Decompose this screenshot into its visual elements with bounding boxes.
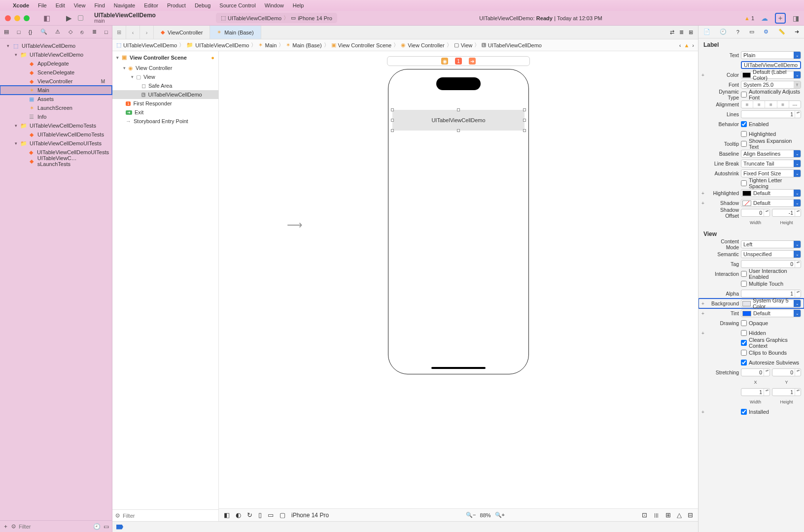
- add-installed-icon[interactable]: +: [701, 409, 706, 415]
- close-window-button[interactable]: [5, 15, 11, 21]
- adjust-editor-icon[interactable]: ⇄: [670, 29, 674, 35]
- group-main[interactable]: ▾📁UITableViewCellDemo: [0, 50, 112, 59]
- menu-navigate[interactable]: Navigate: [114, 2, 135, 8]
- appearance-icon[interactable]: ◐: [236, 511, 241, 519]
- stretch-y-stepper[interactable]: 0▴▾: [772, 368, 801, 376]
- font-select[interactable]: System 25.0T: [741, 81, 801, 89]
- zoom-window-button[interactable]: [24, 15, 30, 21]
- outline-first-responder[interactable]: 1First Responder: [112, 99, 218, 108]
- scene-warning-icon[interactable]: ●: [211, 55, 214, 61]
- installed-checkbox[interactable]: Installed: [741, 409, 801, 415]
- stack-icon[interactable]: ⊟: [688, 511, 693, 519]
- outline-viewcontroller[interactable]: ▾◉View Controller: [112, 64, 218, 72]
- library-button[interactable]: ＋: [775, 13, 786, 24]
- file-info[interactable]: ☰Info: [0, 112, 112, 121]
- scm-filter-icon[interactable]: ▭: [104, 523, 109, 530]
- zoom-in-icon[interactable]: 🔍+: [495, 512, 505, 518]
- resize-handle[interactable]: [391, 119, 394, 122]
- jump-next-icon[interactable]: ›: [692, 42, 694, 48]
- stretch-w-stepper[interactable]: 1▴▾: [741, 388, 770, 396]
- outline-safe-area[interactable]: ◻Safe Area: [112, 81, 218, 90]
- file-appdelegate[interactable]: ◆AppDelegate: [0, 59, 112, 68]
- app-menu[interactable]: Xcode: [13, 2, 29, 8]
- multitouch-checkbox[interactable]: Multiple Touch: [741, 281, 801, 287]
- clips-to-bounds-checkbox[interactable]: Clips to Bounds: [741, 350, 801, 356]
- tab-viewcontroller[interactable]: ◆ViewController: [154, 26, 210, 39]
- resolve-icon[interactable]: △: [677, 511, 682, 519]
- alignment-segmented[interactable]: ≡≡≡≡---: [741, 100, 801, 108]
- linebreak-select[interactable]: Truncate Tail⌄: [741, 160, 801, 167]
- highlighted-checkbox[interactable]: Highlighted: [741, 131, 801, 137]
- scheme-destination[interactable]: ⬚ UITableViewCellDemo 〉 ▭ iPhone 14 Pro: [216, 13, 337, 23]
- filter-scope-icon[interactable]: ⊙: [11, 523, 16, 530]
- warnings-button[interactable]: ▲ 1: [744, 15, 754, 21]
- menu-edit[interactable]: Edit: [56, 2, 65, 8]
- add-bg-icon[interactable]: +: [701, 301, 706, 306]
- file-viewcontroller[interactable]: ◆ViewControllerM: [0, 77, 112, 86]
- menu-help[interactable]: Help: [293, 2, 304, 8]
- related-items-icon[interactable]: ⊞: [112, 26, 126, 39]
- zoom-level[interactable]: 88%: [480, 512, 491, 518]
- tighten-checkbox[interactable]: Tighten Letter Spacing: [741, 177, 801, 189]
- canvas-device-label[interactable]: iPhone 14 Pro: [291, 512, 329, 519]
- dock-exit-icon[interactable]: ➜: [469, 58, 476, 65]
- stop-button[interactable]: [78, 15, 83, 21]
- lines-stepper[interactable]: 1▴▾: [741, 110, 801, 118]
- resize-handle[interactable]: [457, 129, 460, 132]
- shadow-color-well[interactable]: Default⌄: [741, 199, 801, 207]
- jump-prev-icon[interactable]: ‹: [679, 42, 681, 48]
- align-icon[interactable]: ⫼: [653, 511, 660, 519]
- outline-exit[interactable]: ➜Exit: [112, 108, 218, 117]
- test-navigator-icon[interactable]: ◇: [69, 29, 72, 35]
- scene-dock[interactable]: ◉ 1 ➜: [387, 56, 530, 66]
- menu-editor[interactable]: Editor: [144, 2, 158, 8]
- selected-label-view[interactable]: UITabelViewCellDemo: [392, 110, 524, 131]
- size-inspector-icon[interactable]: 📏: [778, 29, 785, 35]
- cloud-status-icon[interactable]: ☁: [761, 14, 768, 22]
- group-tests[interactable]: ▾📁UITableViewCellDemoTests: [0, 121, 112, 130]
- project-root[interactable]: ▾⬚UITableViewCellDemo: [0, 41, 112, 50]
- file-tests[interactable]: ◆UITableViewCellDemoTests: [0, 130, 112, 139]
- minimap-icon[interactable]: ≣: [679, 29, 684, 35]
- user-interaction-checkbox[interactable]: User Interaction Enabled: [741, 268, 801, 280]
- menu-source-control[interactable]: Source Control: [219, 2, 255, 8]
- text-color-well[interactable]: Default (Label Color)⌄: [741, 71, 801, 79]
- minimize-window-button[interactable]: [14, 15, 20, 21]
- report-navigator-icon[interactable]: □: [105, 29, 108, 35]
- device-config-icon[interactable]: ▢: [280, 511, 285, 519]
- zoom-out-icon[interactable]: 🔍−: [466, 512, 476, 518]
- identity-inspector-icon[interactable]: ▭: [749, 29, 754, 35]
- stretch-x-stepper[interactable]: 0▴▾: [741, 368, 770, 376]
- add-shadow-icon[interactable]: +: [701, 200, 706, 206]
- history-inspector-icon[interactable]: 🕘: [720, 29, 727, 35]
- menu-debug[interactable]: Debug: [195, 2, 210, 8]
- menu-view[interactable]: View: [74, 2, 86, 8]
- outline-view[interactable]: ▾▢View: [112, 72, 218, 81]
- text-type-select[interactable]: Plain⌄: [741, 51, 801, 59]
- tint-color-well[interactable]: Default⌄: [741, 309, 801, 317]
- enabled-checkbox[interactable]: Enabled: [741, 121, 801, 127]
- project-title[interactable]: UITableViewCellDemo main: [94, 12, 156, 24]
- stretch-h-stepper[interactable]: 1▴▾: [772, 388, 801, 396]
- dock-first-responder-icon[interactable]: 1: [455, 58, 462, 65]
- highlighted-color-well[interactable]: Default⌄: [741, 189, 801, 197]
- menu-file[interactable]: File: [38, 2, 47, 8]
- outline-scene-header[interactable]: ▾▣View Controller Scene ●: [112, 51, 218, 64]
- attributes-inspector-icon[interactable]: ⚙: [764, 29, 769, 35]
- file-scenedelegate[interactable]: ◆SceneDelegate: [0, 68, 112, 77]
- shadow-width-stepper[interactable]: 0▴▾: [741, 209, 770, 217]
- connections-inspector-icon[interactable]: ➜: [795, 29, 799, 35]
- autoresize-checkbox[interactable]: Autoresize Subviews: [741, 360, 801, 366]
- file-launchtests[interactable]: ◆UITableViewC…sLaunchTests: [0, 157, 112, 166]
- source-control-navigator-icon[interactable]: □: [17, 29, 21, 35]
- resize-handle[interactable]: [457, 108, 460, 111]
- symbol-navigator-icon[interactable]: {}: [29, 29, 32, 35]
- baseline-select[interactable]: Align Baselines⌄: [741, 150, 801, 158]
- forward-button[interactable]: ›: [140, 26, 154, 39]
- text-value-input[interactable]: UITabelViewCellDemo: [741, 61, 801, 69]
- hidden-checkbox[interactable]: Hidden: [741, 330, 801, 336]
- group-uitests[interactable]: ▾📁UITableViewCellDemoUITests: [0, 139, 112, 148]
- breakpoint-navigator-icon[interactable]: ≣: [92, 29, 97, 35]
- dynamic-type-checkbox[interactable]: Automatically Adjusts Font: [741, 89, 801, 100]
- background-color-well[interactable]: System Gray 5 Color⌄: [741, 299, 801, 307]
